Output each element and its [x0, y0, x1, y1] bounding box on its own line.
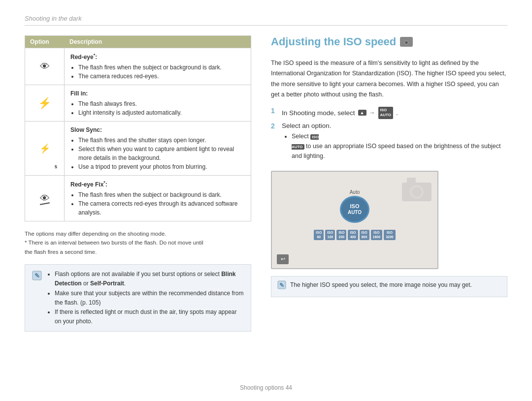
steps-list: 1 In Shooting mode, select ▲ → ISOAUTO .… [271, 107, 507, 164]
svg-point-5 [405, 42, 407, 44]
page-container: Shooting in the dark Option Description … [0, 0, 532, 401]
info-text: Flash options are not available if you s… [47, 270, 244, 326]
section-title-text: Adjusting the ISO speed [271, 35, 396, 48]
iso-top-text: ISO [350, 203, 360, 210]
red-eye-title: Red-eye*: [70, 52, 245, 62]
list-item: The camera corrects red-eyes through its… [78, 199, 245, 217]
list-item: Make sure that your subjects are within … [55, 289, 244, 308]
list-item: The flash fires and the shutter stays op… [78, 136, 245, 145]
description-text: The ISO speed is the measure of a film's… [271, 58, 507, 100]
info-icon: ✎ [32, 271, 42, 283]
camera-badge-icon [400, 37, 413, 47]
footer-text: Shooting options 44 [240, 384, 292, 391]
note-line1: The options may differ depending on the … [25, 229, 251, 238]
watermark-camera-icon [402, 178, 432, 206]
list-item: Use a tripod to prevent your photos from… [78, 162, 245, 171]
iso-chip: ISO3200 [384, 230, 396, 240]
iso-bottom-text: AUTO [348, 210, 362, 216]
table-row: 👁 Red-eye*: The flash fires when the sub… [25, 48, 251, 85]
iso-chip: ISO1600 [371, 230, 383, 240]
list-item: Light intensity is adjusted automaticall… [78, 108, 245, 117]
iso-chip: ISO200 [336, 230, 346, 240]
svg-rect-3 [403, 38, 406, 40]
note-line3: the flash fires a second time. [25, 247, 251, 256]
iso-chip-grid: ISO80 ISO100 ISO200 ISO400 ISO800 ISO160… [296, 230, 414, 240]
col-option-header: Option [25, 36, 65, 48]
flash-options-table: Option Description 👁 Red-eye*: The flash… [25, 35, 251, 221]
table-row: ⚡5 Slow Sync: The flash fires and the sh… [25, 121, 251, 175]
info-box: ✎ Flash options are not available if you… [25, 264, 251, 332]
iso-chip: ISO80 [314, 230, 324, 240]
slow-sync-icon: ⚡5 [25, 122, 65, 175]
page-header-title: Shooting in the dark [25, 15, 82, 22]
fill-in-title: Fill in: [70, 89, 245, 98]
note-line2: * There is an interval between two burst… [25, 238, 251, 247]
red-eye-icon: 👁 [25, 48, 65, 85]
page-footer: Shooting options 44 [25, 379, 507, 391]
iso-chip: ISO800 [360, 230, 369, 240]
iso-auto-inline-badge: ISOAUTO [292, 134, 319, 150]
section-title-container: Adjusting the ISO speed [271, 35, 507, 51]
red-eye-fix-content: Red-eye Fix*: The flash fires when the s… [65, 176, 251, 221]
svg-text:✎: ✎ [34, 272, 40, 279]
list-item: The flash always fires. [78, 99, 245, 108]
note-text: The higher ISO speed you select, the mor… [290, 280, 472, 289]
camera-back-button[interactable]: ↩ [277, 254, 289, 264]
right-column: Adjusting the ISO speed The ISO speed is… [271, 35, 507, 379]
main-content: Option Description 👁 Red-eye*: The flash… [25, 35, 507, 379]
red-eye-fix-icon: 👁 [25, 176, 65, 221]
mountain-badge: ▲ [358, 110, 366, 116]
note-icon: ✎ [277, 280, 286, 293]
step-item-1: 1 In Shooting mode, select ▲ → ISOAUTO . [271, 107, 507, 119]
step-1-text: In Shooting mode, select ▲ → ISOAUTO . [282, 107, 398, 119]
iso-auto-label: Auto [350, 189, 360, 195]
table-header: Option Description [25, 36, 251, 48]
step-2-text: Select an option. [282, 122, 507, 129]
arrow-icon: → [369, 109, 375, 116]
red-eye-fix-title: Red-eye Fix*: [70, 180, 245, 189]
fill-in-content: Fill in: The flash always fires. Light i… [65, 85, 251, 121]
camera-screen: Auto ISO AUTO ISO80 ISO100 ISO200 ISO400… [271, 171, 438, 269]
notes-section: The options may differ depending on the … [25, 229, 251, 256]
page-header: Shooting in the dark [25, 15, 507, 26]
iso-center-display: Auto ISO AUTO [340, 189, 369, 223]
iso-chip: ISO400 [348, 230, 358, 240]
step-1-label: In Shooting mode, select [282, 109, 355, 117]
list-item: The flash fires when the subject or back… [78, 63, 245, 72]
list-item: The flash fires when the subject or back… [78, 190, 245, 199]
iso-chip: ISO100 [325, 230, 335, 240]
table-row: ⚡ Fill in: The flash always fires. Light… [25, 85, 251, 121]
slow-sync-title: Slow Sync: [70, 125, 245, 134]
step-2-content: Select an option. Select ISOAUTO to use … [282, 122, 507, 161]
list-item: If there is reflected light or much dust… [55, 308, 244, 326]
list-item: Flash options are not available if you s… [55, 270, 244, 288]
step-2-sub-list: Select ISOAUTO to use an appropriate ISO… [282, 131, 507, 161]
iso-badge: ISOAUTO [378, 107, 394, 119]
step-number-2: 2 [271, 122, 278, 130]
svg-rect-7 [407, 178, 416, 185]
col-description-header: Description [65, 36, 251, 48]
iso-main-badge: ISO AUTO [340, 196, 369, 223]
svg-text:✎: ✎ [279, 281, 284, 288]
table-row: 👁 Red-eye Fix*: The flash fires when the… [25, 175, 251, 221]
section-title: Adjusting the ISO speed [271, 35, 507, 48]
fill-in-icon: ⚡ [25, 85, 65, 121]
step-item-2: 2 Select an option. Select ISOAUTO to us… [271, 122, 507, 161]
step-2-sub-item: Select ISOAUTO to use an appropriate ISO… [292, 131, 507, 161]
slow-sync-content: Slow Sync: The flash fires and the shutt… [65, 122, 251, 175]
step-1-content: In Shooting mode, select ▲ → ISOAUTO . [282, 107, 398, 119]
list-item: The camera reduces red-eyes. [78, 72, 245, 81]
left-column: Option Description 👁 Red-eye*: The flash… [25, 35, 251, 379]
step-number-1: 1 [271, 107, 278, 115]
red-eye-content: Red-eye*: The flash fires when the subje… [65, 48, 251, 85]
list-item: Select this when you want to capture amb… [78, 145, 245, 162]
note-box: ✎ The higher ISO speed you select, the m… [271, 276, 507, 297]
